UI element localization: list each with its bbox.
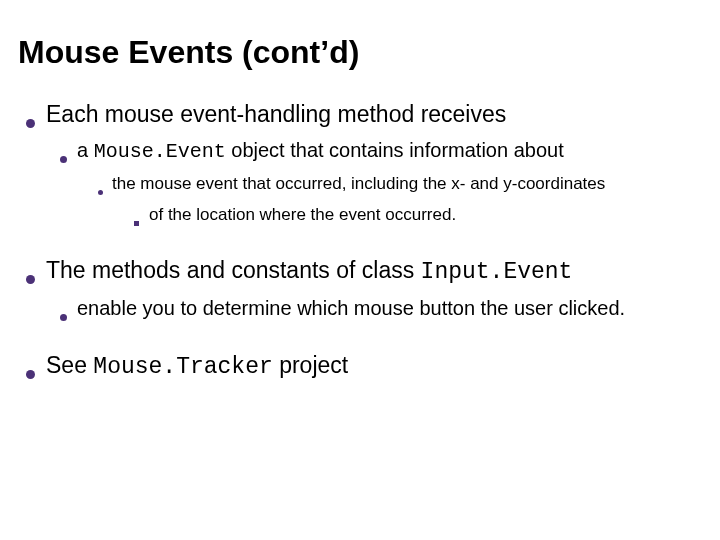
bullet-text: of the location where the event occurred…: [149, 203, 456, 228]
bullet-text: enable you to determine which mouse butt…: [77, 294, 625, 322]
bullet-dot-icon: [60, 314, 67, 321]
bullet-text: Each mouse event-handling method receive…: [46, 99, 506, 130]
bullet-text: the mouse event that occurred, including…: [112, 172, 605, 197]
text-fragment: a: [77, 139, 94, 161]
code-inline: Mouse.Tracker: [93, 354, 272, 380]
bullet-text: See Mouse.Tracker project: [46, 350, 348, 383]
bullet-dot-icon: [98, 190, 103, 195]
bullet-level2: enable you to determine which mouse butt…: [60, 294, 702, 322]
bullet-level1: See Mouse.Tracker project: [26, 350, 702, 383]
bullet-level1: Each mouse event-handling method receive…: [26, 99, 702, 130]
slide: Mouse Events (cont’d) Each mouse event-h…: [0, 0, 720, 540]
bullet-dot-icon: [26, 370, 35, 379]
bullet-dot-icon: [60, 156, 67, 163]
slide-title: Mouse Events (cont’d): [18, 34, 702, 71]
text-fragment: See: [46, 352, 93, 378]
text-fragment: The methods and constants of class: [46, 257, 421, 283]
text-fragment: project: [273, 352, 348, 378]
bullet-text: The methods and constants of class Input…: [46, 255, 572, 288]
bullet-text: a Mouse.Event object that contains infor…: [77, 136, 564, 166]
text-fragment: object that contains information about: [226, 139, 564, 161]
bullet-level3: the mouse event that occurred, including…: [98, 172, 702, 197]
bullet-level2: a Mouse.Event object that contains infor…: [60, 136, 702, 166]
bullet-level4: of the location where the event occurred…: [134, 203, 702, 228]
bullet-dot-icon: [26, 119, 35, 128]
bullet-dot-icon: [26, 275, 35, 284]
code-inline: Input.Event: [421, 259, 573, 285]
bullet-square-icon: [134, 221, 139, 226]
bullet-level1: The methods and constants of class Input…: [26, 255, 702, 288]
code-inline: Mouse.Event: [94, 140, 226, 163]
